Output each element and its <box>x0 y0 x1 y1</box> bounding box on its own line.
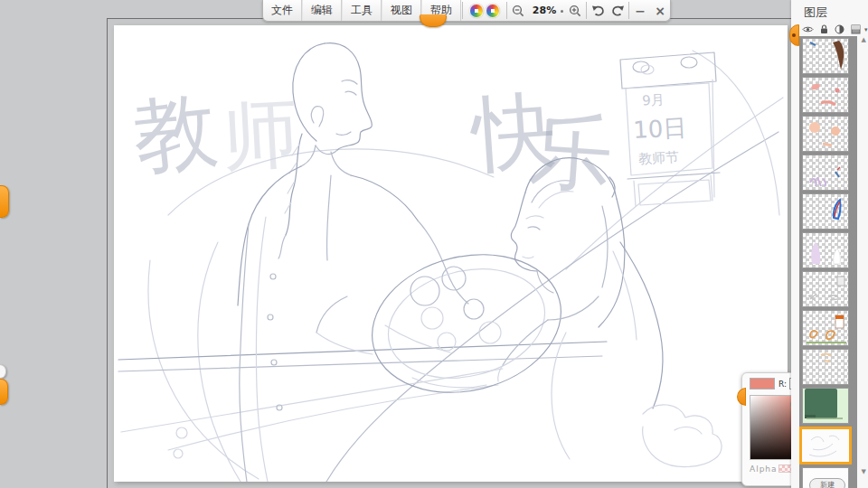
calendar-month: 9月 <box>642 91 665 108</box>
red-channel-label: R: <box>778 380 787 389</box>
left-panel-handle-2-top[interactable] <box>0 364 6 379</box>
alpha-label: Alpha <box>750 465 778 474</box>
zoom-in-button[interactable] <box>565 0 585 21</box>
calendar-event: 教师节 <box>638 149 680 167</box>
layers-panel: 图层 ▾ <box>791 0 868 488</box>
zoom-in-icon <box>569 5 581 17</box>
layer-thumbnail[interactable] <box>802 155 849 191</box>
toolbar-separator <box>586 2 587 19</box>
layer-thumbnail[interactable] <box>802 349 849 385</box>
zoom-level-display[interactable]: 28% <box>528 0 561 21</box>
calendar-day: 10日 <box>632 114 687 144</box>
layer-thumbnail-selected[interactable] <box>799 427 852 465</box>
zoom-out-button[interactable] <box>508 0 528 21</box>
close-button[interactable]: × <box>650 0 670 21</box>
layer-thumbnail[interactable] <box>802 310 849 346</box>
toolbar-separator <box>628 2 629 19</box>
layer-thumbnail[interactable] <box>802 271 849 307</box>
undo-button[interactable] <box>588 0 608 21</box>
blend-mode-icon[interactable] <box>835 24 844 34</box>
new-layer-button[interactable]: 新建 <box>809 478 845 488</box>
current-color-swatch[interactable] <box>750 378 775 389</box>
layer-thumbnail[interactable] <box>802 77 849 113</box>
mascot-eye-left-icon <box>469 4 484 18</box>
zoom-dropdown-icon[interactable] <box>561 10 563 13</box>
opacity-menu-icon[interactable] <box>851 24 861 34</box>
zoom-out-icon <box>512 5 524 17</box>
menu-file[interactable]: 文件 <box>263 0 302 21</box>
left-panel-handle-2[interactable] <box>0 379 8 405</box>
scroll-down-icon[interactable]: ▼ <box>862 468 866 475</box>
sketch-text-char2: 师 <box>221 89 301 181</box>
layers-panel-handle[interactable] <box>789 24 799 46</box>
toolbar-separator <box>462 2 463 19</box>
left-panel-handle-1[interactable] <box>0 185 9 218</box>
layer-list <box>799 36 857 488</box>
layer-thumbnail[interactable] <box>802 116 849 152</box>
toolbar-separator <box>506 2 507 19</box>
minimize-button[interactable]: − <box>630 0 650 21</box>
sketch-text-char4: 乐 <box>526 101 616 203</box>
undo-icon <box>591 5 605 16</box>
visibility-eye-icon[interactable] <box>802 25 814 33</box>
layers-panel-title: 图层 <box>804 5 827 21</box>
layer-thumbnail[interactable] <box>802 388 849 424</box>
layer-menu-caret-icon[interactable]: ▾ <box>864 26 868 33</box>
mascot-logo[interactable] <box>464 0 505 21</box>
redo-button[interactable] <box>608 0 627 21</box>
menu-tools[interactable]: 工具 <box>342 0 382 21</box>
scroll-up-icon[interactable]: ▲ <box>862 36 866 43</box>
layer-thumbnail[interactable] <box>802 232 849 268</box>
layer-thumbnail[interactable] <box>802 193 849 230</box>
layer-toolbar: ▾ <box>802 24 868 34</box>
pencil-sketch: 教 师 快 乐 <box>114 25 788 482</box>
drawing-canvas[interactable]: 教 师 快 乐 <box>114 25 788 482</box>
menu-edit[interactable]: 编辑 <box>302 0 342 21</box>
sketch-text-char1: 教 <box>129 81 222 186</box>
top-toolbar: 文件 编辑 工具 视图 帮助 28% <box>262 0 671 22</box>
menu-view[interactable]: 视图 <box>382 0 421 21</box>
mascot-eye-right-icon <box>486 4 500 18</box>
lock-icon[interactable] <box>820 24 828 34</box>
redo-icon <box>611 5 625 16</box>
layer-thumbnail[interactable] <box>802 38 849 74</box>
